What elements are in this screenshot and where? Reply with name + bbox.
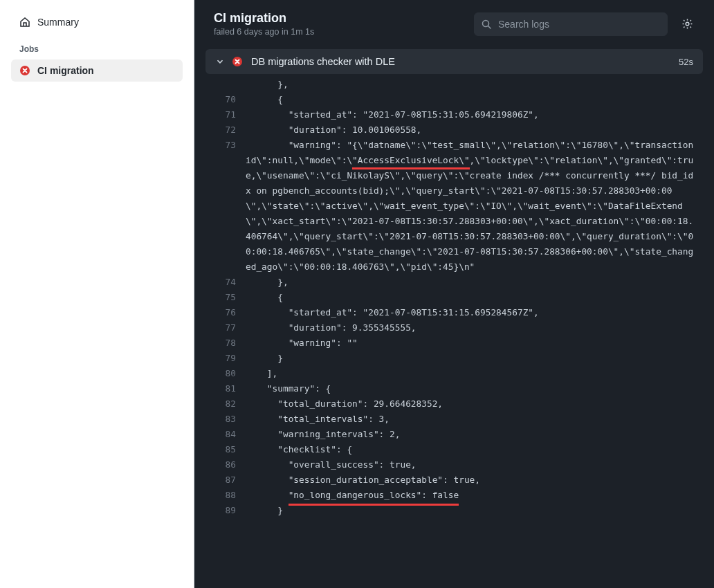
line-content: "checklist": { <box>246 442 703 457</box>
line-content: "duration": 9.355345555, <box>246 320 703 336</box>
line-number: 89 <box>205 503 246 518</box>
search-icon <box>481 19 492 30</box>
log-line: 77 "duration": 9.355345555, <box>205 320 703 336</box>
log-line: 74 }, <box>205 275 703 290</box>
line-content: "warning": "{\"datname\":\"test_small\",… <box>246 138 703 275</box>
line-content: ], <box>246 366 703 381</box>
highlight-underline: "no_long_dangerous_locks": false <box>289 488 459 503</box>
page-title: CI migration <box>214 11 474 26</box>
line-number: 78 <box>205 336 246 351</box>
line-content: "started_at": "2021-07-08T15:31:05.69421… <box>246 107 703 122</box>
line-content: { <box>246 290 703 305</box>
log-line: 85 "checklist": { <box>205 442 703 457</box>
log-line: 80 ], <box>205 366 703 381</box>
line-number: 79 <box>205 351 246 366</box>
log-line: 83 "total_intervals": 3, <box>205 412 703 427</box>
sidebar: Summary Jobs CI migration <box>0 0 194 588</box>
line-number: 71 <box>205 107 246 122</box>
home-icon <box>19 17 30 28</box>
line-number: 75 <box>205 290 246 305</box>
line-number: 72 <box>205 122 246 138</box>
sidebar-item-job[interactable]: CI migration <box>11 59 183 82</box>
sidebar-section-jobs: Jobs <box>11 33 183 59</box>
log-line: 72 "duration": 10.001060558, <box>205 122 703 138</box>
line-content: "total_intervals": 3, <box>246 412 703 427</box>
log-line: 88 "no_long_dangerous_locks": false <box>205 488 703 503</box>
line-content: }, <box>246 77 703 92</box>
log-line: 81 "summary": { <box>205 381 703 396</box>
line-content: "warning_intervals": 2, <box>246 427 703 442</box>
line-content: "no_long_dangerous_locks": false <box>246 488 703 503</box>
line-content: "duration": 10.001060558, <box>246 122 703 138</box>
status-line: failed 6 days ago in 1m 1s <box>214 27 474 37</box>
line-content: "started_at": "2021-07-08T15:31:15.69528… <box>246 305 703 320</box>
search-input[interactable] <box>474 12 668 36</box>
line-number: 82 <box>205 396 246 412</box>
line-number: 86 <box>205 457 246 472</box>
sidebar-item-summary[interactable]: Summary <box>11 11 183 33</box>
log-line: 79 } <box>205 351 703 366</box>
step-duration: 52s <box>679 57 693 67</box>
line-number: 88 <box>205 488 246 503</box>
line-number: 76 <box>205 305 246 320</box>
svg-point-2 <box>686 22 689 26</box>
line-number: 80 <box>205 366 246 381</box>
line-content: { <box>246 92 703 107</box>
line-content: } <box>246 351 703 366</box>
line-content: "overall_success": true, <box>246 457 703 472</box>
log-panel: },70 {71 "started_at": "2021-07-08T15:31… <box>194 74 714 588</box>
line-number: 74 <box>205 275 246 290</box>
line-number: 73 <box>205 138 246 275</box>
fail-icon <box>232 56 243 67</box>
line-content: }, <box>246 275 703 290</box>
gear-icon <box>681 18 693 30</box>
main-panel: CI migration failed 6 days ago in 1m 1s <box>194 0 714 588</box>
line-content: "session_duration_acceptable": true, <box>246 472 703 488</box>
log-line: 87 "session_duration_acceptable": true, <box>205 472 703 488</box>
header: CI migration failed 6 days ago in 1m 1s <box>194 0 714 48</box>
line-content: "total_duration": 29.664628352, <box>246 396 703 412</box>
log-line: 73 "warning": "{\"datname\":\"test_small… <box>205 138 703 275</box>
log-line: 78 "warning": "" <box>205 336 703 351</box>
log-line: }, <box>205 77 703 92</box>
line-number: 83 <box>205 412 246 427</box>
step-row[interactable]: DB migrations checker with DLE 52s <box>205 49 703 74</box>
line-content: "warning": "" <box>246 336 703 351</box>
log-line: 76 "started_at": "2021-07-08T15:31:15.69… <box>205 305 703 320</box>
step-title: DB migrations checker with DLE <box>251 56 679 67</box>
settings-button[interactable] <box>677 14 697 34</box>
line-number: 87 <box>205 472 246 488</box>
log-line: 82 "total_duration": 29.664628352, <box>205 396 703 412</box>
sidebar-job-label: CI migration <box>37 65 94 76</box>
line-content: "summary": { <box>246 381 703 396</box>
line-number: 84 <box>205 427 246 442</box>
log-line: 86 "overall_success": true, <box>205 457 703 472</box>
log-line: 70 { <box>205 92 703 107</box>
search-wrap <box>474 12 668 36</box>
line-number <box>205 77 246 92</box>
log-line: 71 "started_at": "2021-07-08T15:31:05.69… <box>205 107 703 122</box>
line-number: 85 <box>205 442 246 457</box>
log-line: 84 "warning_intervals": 2, <box>205 427 703 442</box>
line-number: 70 <box>205 92 246 107</box>
sidebar-summary-label: Summary <box>37 17 79 28</box>
log-line: 75 { <box>205 290 703 305</box>
line-number: 81 <box>205 381 246 396</box>
fail-icon <box>19 65 30 76</box>
highlight-underline: "AccessExclusiveLock\" <box>352 153 470 168</box>
line-number: 77 <box>205 320 246 336</box>
chevron-down-icon <box>215 57 225 66</box>
